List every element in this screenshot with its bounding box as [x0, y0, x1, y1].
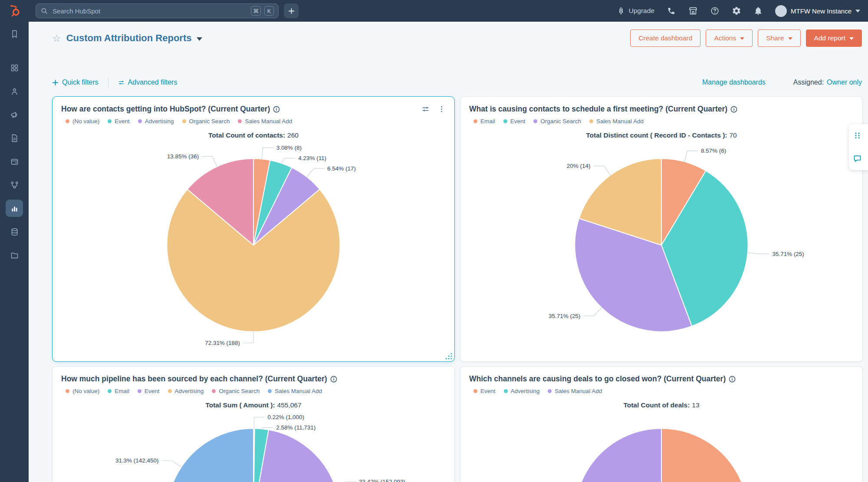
legend-item[interactable]: Event [108, 118, 130, 125]
legend-item[interactable]: Email [473, 118, 495, 125]
dashboard-switcher-caret-icon[interactable] [197, 37, 202, 41]
report-filters-icon[interactable] [421, 105, 430, 113]
legend-item[interactable]: Organic Search [533, 118, 581, 125]
resize-handle-icon[interactable] [445, 353, 452, 360]
legend-item[interactable]: Sales Manual Add [548, 388, 602, 394]
assigned-value-link[interactable]: Owner only [827, 79, 862, 86]
legend-item[interactable]: Advertising [138, 118, 174, 125]
search-input[interactable] [52, 7, 247, 15]
settings-icon[interactable] [732, 6, 741, 16]
sidebar-item-library[interactable] [6, 246, 23, 264]
search-bar[interactable]: ⌘ K [36, 3, 279, 18]
pie-slice-event[interactable] [661, 428, 748, 482]
search-icon [40, 7, 48, 15]
legend-item[interactable]: (No value) [66, 388, 99, 394]
pie-label-leader [243, 331, 253, 343]
report-card-header: What is causing contacts to schedule a f… [469, 104, 854, 114]
legend-item[interactable]: Event [473, 388, 496, 394]
info-icon[interactable] [273, 106, 280, 113]
reporting-icon [10, 204, 19, 213]
legend-item[interactable]: Event [503, 118, 526, 125]
marketing-icon [10, 110, 19, 119]
marketplace-icon[interactable] [688, 6, 698, 16]
legend-item[interactable]: Organic Search [182, 118, 230, 125]
legend-label: Sales Manual Add [555, 388, 602, 394]
create-dashboard-button[interactable]: Create dashboard [630, 30, 700, 47]
info-icon[interactable] [730, 106, 737, 113]
content-icon [10, 134, 19, 143]
report-card-header: How much pipeline has been sourced by ea… [61, 374, 446, 384]
manage-dashboards-link[interactable]: Manage dashboards [702, 79, 766, 86]
contacts-icon [10, 87, 19, 96]
sidebar-item-contacts[interactable] [6, 82, 23, 100]
pie-label: 0.22% (1,000) [268, 414, 305, 420]
legend-item[interactable]: Advertising [504, 388, 540, 394]
pie-label-leader [161, 461, 182, 468]
legend-dot [548, 389, 552, 393]
favorite-star-icon[interactable]: ☆ [52, 33, 61, 43]
legend-item[interactable]: Email [108, 388, 129, 394]
upgrade-button[interactable]: Upgrade [617, 7, 654, 15]
pie-label-leader [202, 156, 217, 167]
legend-dot [503, 119, 507, 123]
account-menu[interactable]: MTFW New Instance [775, 5, 860, 17]
pie-slice-sales-manual-add[interactable] [167, 428, 253, 482]
sidebar-item-content[interactable] [6, 129, 23, 147]
legend-dot [504, 389, 508, 393]
legend-label: Event [510, 118, 526, 125]
comment-icon[interactable] [853, 154, 862, 163]
legend-dot [589, 119, 593, 123]
caret-down-icon [740, 37, 744, 40]
avatar [775, 5, 787, 17]
report-menu-icon[interactable] [437, 105, 446, 113]
plus-icon [52, 79, 59, 86]
quick-filters-button[interactable]: Quick filters [52, 79, 99, 86]
pie-chart: 0.22% (1,000)2.58% (11,731)33.42% (152,0… [61, 411, 446, 482]
left-sidebar [0, 22, 29, 482]
legend-label: Sales Manual Add [275, 388, 322, 394]
legend-item[interactable]: Sales Manual Add [238, 118, 292, 125]
report-title: How are contacts getting into HubSpot? (… [61, 105, 270, 114]
total-label: Total Count of deals: [623, 401, 690, 409]
create-new-button[interactable] [284, 3, 299, 18]
bell-icon[interactable] [753, 6, 763, 16]
page-header: ☆ Custom Attribution Reports Create dash… [29, 22, 868, 47]
report-card-3: How much pipeline has been sourced by ea… [52, 366, 455, 482]
legend-item[interactable]: Advertising [168, 388, 204, 394]
report-card-1: How are contacts getting into HubSpot? (… [52, 96, 455, 362]
pie-label: 31.3% (142,450) [115, 457, 158, 464]
help-icon[interactable] [710, 6, 720, 16]
sidebar-item-marketing[interactable] [6, 106, 23, 123]
total-label: Total Distinct count ( Record ID - Conta… [586, 131, 727, 139]
pie-slice-sales-manual-add[interactable] [575, 428, 661, 482]
sidebar-item-automations[interactable] [6, 176, 23, 193]
sidebar-item-reporting[interactable] [6, 200, 23, 217]
caret-down-icon [788, 37, 792, 40]
phone-icon[interactable] [667, 6, 676, 16]
legend-item[interactable]: Sales Manual Add [589, 118, 644, 125]
filters-divider [108, 78, 108, 87]
sidebar-item-bookmark[interactable] [6, 25, 23, 43]
share-label: Share [766, 34, 784, 42]
top-nav: ⌘ K Upgrade MTFW New Instance [0, 0, 868, 22]
chart-total: Total Sum ( Amount ):455,067 [61, 401, 446, 410]
create-dashboard-label: Create dashboard [638, 34, 692, 42]
info-icon[interactable] [330, 376, 337, 383]
legend-item[interactable]: (No value) [66, 118, 99, 125]
advanced-filters-button[interactable]: Advanced filters [118, 79, 178, 86]
legend-item[interactable]: Sales Manual Add [268, 388, 322, 394]
legend-item[interactable]: Event [138, 388, 160, 394]
share-button[interactable]: Share [758, 30, 800, 47]
hubspot-logo-icon[interactable] [0, 4, 29, 17]
report-title: How much pipeline has been sourced by ea… [61, 374, 327, 384]
actions-button[interactable]: Actions [706, 30, 753, 47]
add-report-button[interactable]: Add report [806, 30, 862, 47]
grid-dots-icon[interactable] [853, 131, 862, 140]
report-title: What is causing contacts to schedule a f… [469, 105, 727, 114]
cmd-key-chip: ⌘ [251, 6, 261, 16]
legend-item[interactable]: Organic Search [212, 388, 260, 394]
sidebar-item-commerce[interactable] [6, 153, 23, 170]
sidebar-item-data[interactable] [6, 223, 23, 240]
sidebar-item-grid[interactable] [6, 59, 23, 76]
info-icon[interactable] [729, 376, 736, 383]
